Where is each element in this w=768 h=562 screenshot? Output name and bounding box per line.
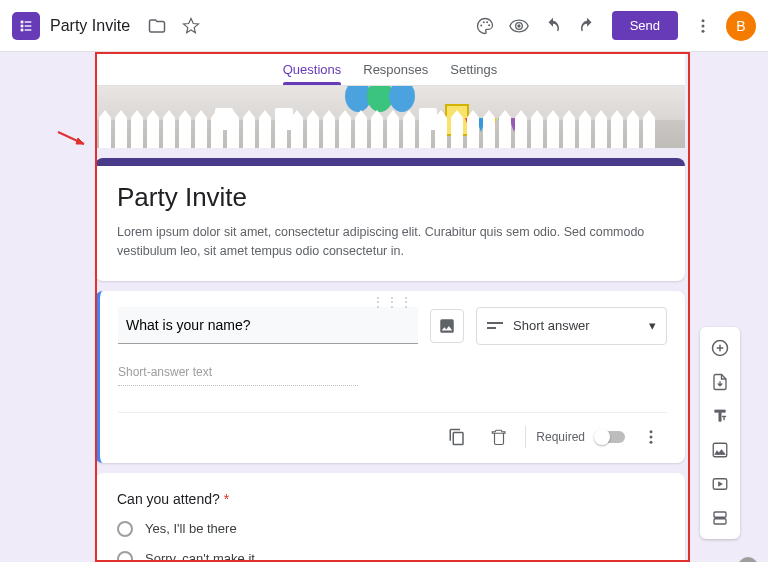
form-description[interactable]: Lorem ipsum dolor sit amet, consectetur … — [117, 223, 663, 261]
document-title[interactable]: Party Invite — [50, 17, 130, 35]
svg-rect-20 — [714, 512, 726, 517]
question-more-icon[interactable] — [635, 421, 667, 453]
side-toolbar — [700, 327, 740, 539]
preview-eye-icon[interactable] — [505, 12, 533, 40]
banner-image[interactable] — [95, 86, 685, 148]
delete-icon[interactable] — [483, 421, 515, 453]
import-questions-icon[interactable] — [705, 367, 735, 397]
help-icon[interactable]: ? — [738, 557, 758, 563]
svg-rect-2 — [21, 24, 24, 27]
required-star-icon: * — [224, 491, 229, 507]
svg-rect-3 — [25, 25, 32, 26]
required-toggle[interactable] — [595, 431, 625, 443]
forms-app-icon[interactable] — [12, 12, 40, 40]
radio-icon[interactable] — [117, 551, 133, 563]
svg-point-11 — [702, 19, 705, 22]
theme-palette-icon[interactable] — [471, 12, 499, 40]
svg-point-14 — [650, 430, 653, 433]
star-icon[interactable] — [177, 12, 205, 40]
svg-point-6 — [480, 24, 482, 26]
annotation-red-arrow — [56, 130, 92, 150]
top-bar: Party Invite Send B — [0, 0, 768, 52]
form-title[interactable]: Party Invite — [117, 182, 663, 213]
chevron-down-icon: ▾ — [649, 318, 656, 333]
duplicate-icon[interactable] — [441, 421, 473, 453]
svg-point-13 — [702, 29, 705, 32]
svg-point-7 — [482, 21, 484, 23]
tabs-bar: Questions Responses Settings — [95, 52, 685, 86]
question-2-title: Can you attend? * — [117, 491, 663, 507]
svg-rect-5 — [25, 29, 32, 30]
option-row[interactable]: Sorry, can't make it — [117, 551, 663, 563]
add-question-icon[interactable] — [705, 333, 735, 363]
svg-rect-4 — [21, 28, 24, 31]
redo-icon[interactable] — [573, 12, 601, 40]
option-row[interactable]: Yes, I'll be there — [117, 521, 663, 537]
divider — [525, 426, 526, 448]
add-image-icon[interactable] — [430, 309, 464, 343]
add-image-side-icon[interactable] — [705, 435, 735, 465]
question-type-label: Short answer — [513, 318, 590, 333]
question-type-dropdown[interactable]: Short answer ▾ — [476, 307, 667, 345]
drag-handle-icon[interactable]: ⋮⋮⋮ — [372, 295, 414, 309]
more-vert-icon[interactable] — [689, 12, 717, 40]
add-section-icon[interactable] — [705, 503, 735, 533]
question-title-input[interactable] — [118, 307, 418, 344]
canvas: Questions Responses Settings Party Invit… — [0, 52, 768, 562]
option-label: Sorry, can't make it — [145, 551, 255, 562]
short-answer-icon — [487, 322, 503, 329]
svg-marker-23 — [76, 138, 84, 144]
undo-icon[interactable] — [539, 12, 567, 40]
required-label: Required — [536, 430, 585, 444]
svg-rect-21 — [714, 519, 726, 524]
question-card-1[interactable]: ⋮⋮⋮ Short answer ▾ Short-answer text — [95, 291, 685, 463]
option-label: Yes, I'll be there — [145, 521, 237, 536]
send-button[interactable]: Send — [612, 11, 678, 40]
tab-settings[interactable]: Settings — [450, 62, 497, 85]
svg-rect-1 — [25, 21, 32, 22]
question-footer: Required — [118, 412, 667, 453]
tab-responses[interactable]: Responses — [363, 62, 428, 85]
tab-questions[interactable]: Questions — [283, 62, 342, 85]
svg-point-10 — [517, 24, 520, 27]
form-area: Party Invite Lorem ipsum dolor sit amet,… — [95, 86, 685, 562]
add-video-icon[interactable] — [705, 469, 735, 499]
svg-point-16 — [650, 440, 653, 443]
svg-point-9 — [488, 24, 490, 26]
svg-point-12 — [702, 24, 705, 27]
question-card-2[interactable]: Can you attend? * Yes, I'll be there Sor… — [95, 473, 685, 563]
account-avatar[interactable]: B — [726, 11, 756, 41]
radio-icon[interactable] — [117, 521, 133, 537]
move-to-folder-icon[interactable] — [143, 12, 171, 40]
svg-point-15 — [650, 435, 653, 438]
add-title-icon[interactable] — [705, 401, 735, 431]
svg-point-8 — [486, 21, 488, 23]
svg-rect-0 — [21, 20, 24, 23]
answer-placeholder: Short-answer text — [118, 359, 358, 386]
form-title-card[interactable]: Party Invite Lorem ipsum dolor sit amet,… — [95, 158, 685, 281]
